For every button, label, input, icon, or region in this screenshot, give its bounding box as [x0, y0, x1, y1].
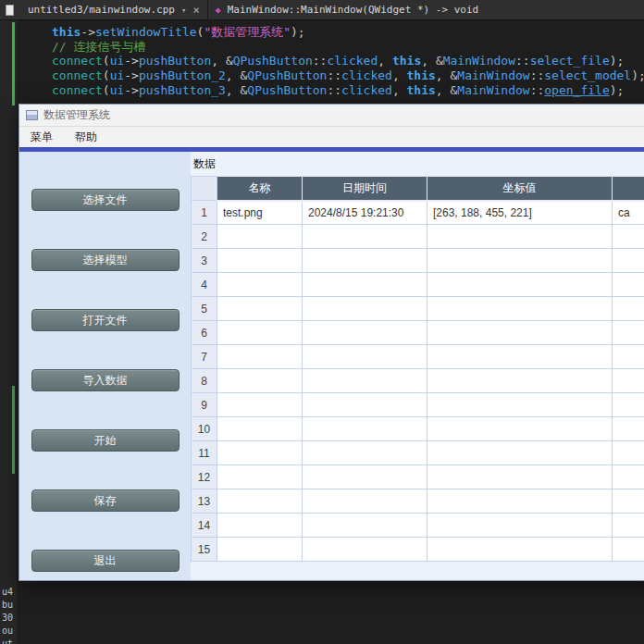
row-number[interactable]: 8 — [192, 369, 217, 393]
table-cell-r4-c4[interactable] — [613, 273, 644, 297]
table-cell-r2-c2[interactable] — [303, 225, 427, 249]
table-cell-r15-c2[interactable] — [303, 538, 427, 562]
table-cell-r13-c4[interactable] — [613, 489, 644, 514]
row-number[interactable]: 12 — [192, 465, 217, 489]
table-cell-r8-c3[interactable] — [427, 369, 613, 393]
table-cell-r2-c4[interactable] — [613, 225, 644, 249]
row-number[interactable]: 9 — [192, 393, 217, 417]
table-cell-r2-c1[interactable] — [217, 225, 303, 249]
table-cell-r1-c4[interactable]: ca — [613, 201, 644, 225]
row-number[interactable]: 6 — [192, 321, 217, 345]
row-number[interactable]: 1 — [192, 201, 217, 225]
code-token: pushButton_2 — [139, 68, 226, 82]
row-number[interactable]: 5 — [192, 297, 217, 321]
table-cell-r13-c3[interactable] — [427, 489, 613, 514]
table-cell-r7-c1[interactable] — [217, 345, 303, 369]
table-cell-r15-c1[interactable] — [217, 538, 303, 562]
table-cell-r7-c2[interactable] — [303, 345, 427, 369]
table-cell-r3-c4[interactable] — [613, 249, 644, 273]
table-cell-r9-c3[interactable] — [427, 393, 613, 417]
table-cell-r10-c1[interactable] — [217, 417, 303, 441]
menu-item-help[interactable]: 帮助 — [64, 127, 108, 147]
menu-item-menu[interactable]: 菜单 — [19, 127, 64, 147]
column-header-2[interactable]: 坐标值 — [427, 177, 613, 201]
column-header-0[interactable]: 名称 — [217, 177, 303, 201]
table-cell-r7-c3[interactable] — [427, 345, 613, 369]
table-cell-r8-c4[interactable] — [613, 369, 644, 393]
chevron-down-icon[interactable]: ▾ — [181, 6, 186, 15]
row-number[interactable]: 7 — [192, 345, 217, 369]
column-header-1[interactable]: 日期时间 — [303, 177, 427, 201]
open-file-button[interactable]: 打开文件 — [31, 309, 180, 331]
table-cell-r6-c3[interactable] — [427, 321, 613, 345]
column-header-3[interactable] — [613, 177, 644, 201]
table-cell-r4-c2[interactable] — [303, 273, 427, 297]
table-row: 7 — [192, 345, 644, 369]
table-cell-r13-c2[interactable] — [303, 489, 427, 514]
table-cell-r7-c4[interactable] — [613, 345, 644, 369]
row-number[interactable]: 14 — [192, 514, 217, 538]
table-cell-r9-c4[interactable] — [613, 393, 644, 417]
save-button[interactable]: 保存 — [31, 489, 180, 512]
row-number[interactable]: 10 — [192, 417, 217, 441]
table-cell-r5-c3[interactable] — [427, 297, 613, 321]
table-cell-r12-c1[interactable] — [217, 465, 303, 489]
table-cell-r6-c4[interactable] — [613, 321, 644, 345]
row-number[interactable]: 4 — [192, 273, 217, 297]
table-cell-r12-c2[interactable] — [303, 465, 427, 489]
table-cell-r10-c3[interactable] — [427, 417, 613, 441]
table-cell-r12-c3[interactable] — [427, 465, 613, 489]
row-number[interactable]: 3 — [192, 249, 217, 273]
table-cell-r9-c2[interactable] — [303, 393, 427, 417]
table-cell-r6-c2[interactable] — [303, 321, 427, 345]
table-cell-r14-c1[interactable] — [217, 514, 303, 538]
import-data-button[interactable]: 导入数据 — [31, 369, 180, 391]
table-cell-r5-c1[interactable] — [217, 297, 303, 321]
table-cell-r5-c4[interactable] — [613, 297, 644, 321]
code-editor-text[interactable]: this->setWindowTitle("数据管理系统");// 连接信号与槽… — [17, 20, 644, 113]
close-icon[interactable]: × — [192, 4, 199, 17]
window-titlebar[interactable]: 数据管理系统 — [19, 105, 644, 127]
code-token: ); — [610, 83, 625, 97]
table-cell-r4-c3[interactable] — [427, 273, 613, 297]
table-cell-r10-c4[interactable] — [613, 417, 644, 441]
row-number[interactable]: 11 — [192, 441, 217, 465]
table-cell-r15-c3[interactable] — [427, 538, 613, 562]
table-cell-r14-c3[interactable] — [427, 514, 613, 538]
table-cell-r10-c2[interactable] — [303, 417, 427, 441]
table-cell-r4-c1[interactable] — [217, 273, 303, 297]
select-file-button[interactable]: 选择文件 — [31, 189, 180, 211]
exit-button[interactable]: 退出 — [31, 550, 180, 572]
select-model-button[interactable]: 选择模型 — [31, 249, 180, 271]
editor-symbol-tab[interactable]: ◆ MainWindow::MainWindow(QWidget *) -> v… — [208, 0, 487, 20]
table-cell-r11-c4[interactable] — [613, 441, 644, 465]
table-cell-r15-c4[interactable] — [613, 538, 644, 562]
code-token: :: — [327, 68, 341, 82]
table-row: 6 — [192, 321, 644, 345]
table-cell-r2-c3[interactable] — [427, 225, 613, 249]
table-cell-r11-c2[interactable] — [303, 441, 427, 465]
table-cell-r12-c4[interactable] — [613, 465, 644, 489]
start-button[interactable]: 开始 — [31, 429, 180, 452]
row-number[interactable]: 2 — [192, 225, 217, 249]
table-cell-r11-c3[interactable] — [427, 441, 613, 465]
table-cell-r3-c1[interactable] — [217, 249, 303, 273]
table-cell-r3-c3[interactable] — [427, 249, 613, 273]
table-cell-r1-c1[interactable]: test.png — [217, 201, 303, 225]
table-cell-r11-c1[interactable] — [217, 441, 303, 465]
table-cell-r1-c3[interactable]: [263, 188, 455, 221] — [427, 201, 613, 225]
table-cell-r8-c2[interactable] — [303, 369, 427, 393]
row-number[interactable]: 13 — [192, 489, 217, 514]
table-cell-r1-c2[interactable]: 2024/8/15 19:21:30 — [303, 201, 427, 225]
code-token: QPushButton — [247, 68, 327, 82]
editor-file-tab[interactable]: untitled3/mainwindow.cpp ▾ × — [20, 0, 208, 20]
table-cell-r5-c2[interactable] — [303, 297, 427, 321]
table-cell-r14-c4[interactable] — [613, 514, 644, 538]
table-cell-r3-c2[interactable] — [303, 249, 427, 273]
table-cell-r14-c2[interactable] — [303, 514, 427, 538]
table-cell-r6-c1[interactable] — [217, 321, 303, 345]
table-cell-r9-c1[interactable] — [217, 393, 303, 417]
row-number[interactable]: 15 — [192, 538, 217, 562]
table-cell-r8-c1[interactable] — [217, 369, 303, 393]
table-cell-r13-c1[interactable] — [217, 489, 303, 514]
